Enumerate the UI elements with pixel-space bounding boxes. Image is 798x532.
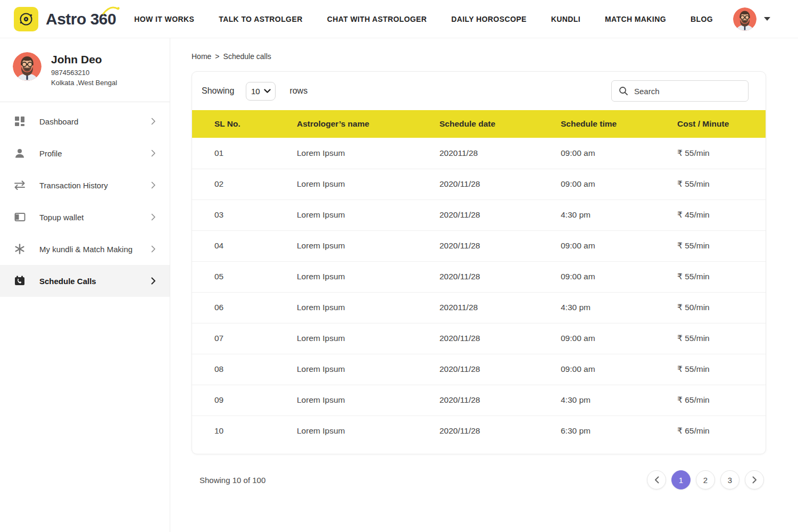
sidebar-menu: DashboardProfileTransaction HistoryTopup… [0,105,170,297]
cell-sl: 03 [192,200,275,230]
chevron-right-icon [752,476,757,484]
schedule-calls-icon [14,276,26,286]
nav-link-blog[interactable]: BLOG [691,15,713,23]
cell-name: Lorem Ipsum [275,323,417,354]
cell-date: 2020/11/28 [417,169,538,200]
results-summary: Showing 10 of 100 [200,476,265,485]
pagination-page-3[interactable]: 3 [720,470,739,489]
chevron-down-icon [264,89,271,93]
cell-sl: 08 [192,354,275,385]
profile-name: John Deo [51,53,117,66]
nav-link-how-it-works[interactable]: HOW IT WORKS [134,15,194,23]
cell-sl: 09 [192,385,275,415]
sidebar-item-profile[interactable]: Profile [0,137,170,169]
nav-link-kundli[interactable]: KUNDLI [551,15,580,23]
column-header-astrologer-s-name: Astrologer’s name [275,110,417,138]
table-row: 01Lorem Ipsum202011/2809:00 am₹ 55/min [192,138,766,169]
table-footer: Showing 10 of 100 123 [192,470,766,489]
cell-name: Lorem Ipsum [275,200,417,230]
cell-cost: ₹ 55/min [655,230,766,261]
sidebar-profile: John Deo 9874563210 Kolkata ,West Bengal [0,38,170,99]
column-header-schedule-time: Schedule time [538,110,655,138]
table-row: 10Lorem Ipsum2020/11/286:30 pm₹ 65/min [192,415,766,446]
search-input[interactable] [634,87,741,96]
main-content: Home > Schedule calls Showing 10 rows [171,38,798,532]
rows-per-page-select[interactable]: 10 [246,82,276,101]
cell-name: Lorem Ipsum [275,292,417,323]
profile-location: Kolkata ,West Bengal [51,79,117,87]
cell-cost: ₹ 65/min [655,385,766,415]
dashboard-icon [14,116,26,127]
cell-cost: ₹ 55/min [655,354,766,385]
cell-time: 09:00 am [538,169,655,200]
chevron-left-icon [654,476,659,484]
cell-name: Lorem Ipsum [275,354,417,385]
pagination-page-2[interactable]: 2 [696,470,715,489]
search-box [611,80,749,102]
table-header: SL No.Astrologer’s nameSchedule dateSche… [192,110,766,138]
nav-link-chat-with-astrologer[interactable]: CHAT WITH ASTROLOGER [327,15,427,23]
sidebar-item-label: Schedule Calls [39,277,96,286]
cell-sl: 10 [192,415,275,446]
cell-time: 4:30 pm [538,292,655,323]
cell-sl: 02 [192,169,275,200]
nav-link-daily-horoscope[interactable]: DAILY HOROSCOPE [451,15,526,23]
sidebar-item-label: Transaction History [39,181,108,190]
caret-down-icon [764,17,770,21]
cell-date: 2020/11/28 [417,230,538,261]
logo-swoosh [102,5,120,15]
cell-name: Lorem Ipsum [275,415,417,446]
nav-link-talk-to-astrolger[interactable]: TALK TO ASTROLGER [219,15,302,23]
cell-name: Lorem Ipsum [275,261,417,292]
cell-cost: ₹ 65/min [655,415,766,446]
sidebar-item-topup-wallet[interactable]: Topup wallet [0,201,170,233]
nav-link-match-making[interactable]: MATCH MAKING [605,15,666,23]
cell-time: 09:00 am [538,261,655,292]
table-row: 06Lorem Ipsum202011/284:30 pm₹ 50/min [192,292,766,323]
cell-sl: 01 [192,138,275,169]
table-row: 05Lorem Ipsum2020/11/2809:00 am₹ 55/min [192,261,766,292]
table-row: 09Lorem Ipsum2020/11/284:30 pm₹ 65/min [192,385,766,415]
sidebar-item-dashboard[interactable]: Dashboard [0,105,170,137]
logo-orbit-icon [14,7,38,31]
profile-phone: 9874563210 [51,69,117,77]
column-header-sl-no: SL No. [192,110,275,138]
table-toolbar: Showing 10 rows [192,72,766,110]
breadcrumb-home[interactable]: Home [192,52,211,61]
sidebar: John Deo 9874563210 Kolkata ,West Bengal… [0,38,170,532]
cell-cost: ₹ 55/min [655,138,766,169]
table-row: 02Lorem Ipsum2020/11/2809:00 am₹ 55/min [192,169,766,200]
pagination-next-button[interactable] [745,470,764,489]
cell-time: 09:00 am [538,138,655,169]
cell-time: 6:30 pm [538,415,655,446]
cell-date: 2020/11/28 [417,354,538,385]
cell-date: 2020/11/28 [417,385,538,415]
column-header-schedule-date: Schedule date [417,110,538,138]
schedule-calls-card: Showing 10 rows SL No.Astrologe [192,71,766,454]
rows-label: rows [289,86,307,96]
sidebar-item-my-kundli-match-making[interactable]: My kundli & Match Making [0,233,170,265]
breadcrumb-separator: > [215,52,219,61]
user-menu[interactable] [733,7,770,31]
cell-time: 09:00 am [538,354,655,385]
cell-cost: ₹ 55/min [655,169,766,200]
sidebar-divider [0,102,170,102]
pagination-page-1[interactable]: 1 [671,470,691,489]
table-row: 07Lorem Ipsum2020/11/2809:00 am₹ 55/min [192,323,766,354]
pagination-prev-button[interactable] [647,470,666,489]
top-navbar: Astro 360 HOW IT WORKSTALK TO ASTROLGERC… [0,0,798,38]
chevron-right-icon [151,149,156,157]
cell-name: Lorem Ipsum [275,138,417,169]
card-bottom-padding [192,446,766,454]
sidebar-item-schedule-calls[interactable]: Schedule Calls [0,265,170,297]
logo[interactable]: Astro 360 [14,7,116,31]
cell-time: 09:00 am [538,230,655,261]
cell-name: Lorem Ipsum [275,169,417,200]
cell-time: 4:30 pm [538,385,655,415]
cell-cost: ₹ 55/min [655,323,766,354]
chevron-right-icon [151,245,156,253]
sidebar-item-transaction-history[interactable]: Transaction History [0,169,170,201]
chevron-right-icon [151,213,156,221]
cell-sl: 07 [192,323,275,354]
schedule-calls-table: SL No.Astrologer’s nameSchedule dateSche… [192,110,766,446]
